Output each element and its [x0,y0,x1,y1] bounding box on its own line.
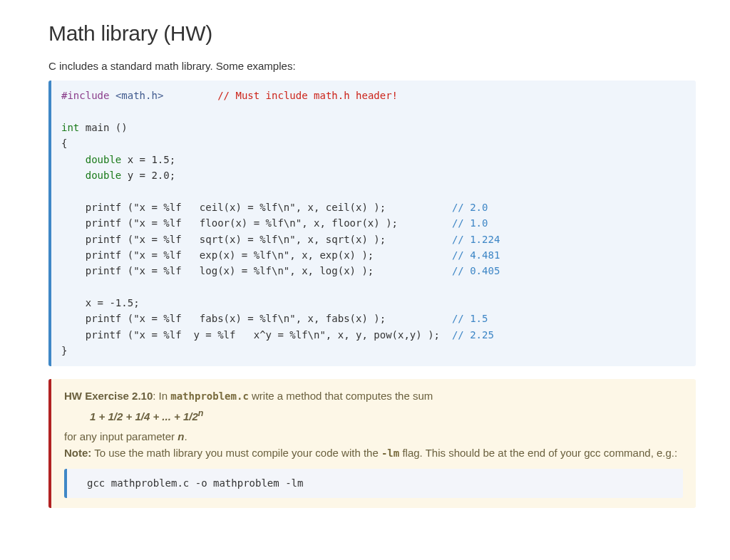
for-text-end: . [184,430,187,442]
line-exp: printf ("x = %lf exp(x) = %lf\n", x, exp… [61,249,452,261]
keyword-double: double [86,170,122,181]
comment-exp: // 4.481 [452,249,500,261]
exercise-label: HW Exercise 2.10 [64,390,153,402]
formula-exponent: n [198,408,204,418]
include-header: <math.h> [115,90,163,101]
exercise-filename: mathproblem.c [170,390,249,402]
page-title: Math library (HW) [48,19,696,48]
preprocessor-directive: #include [61,90,109,101]
code-block-main: #include <math.h> // Must include math.h… [48,81,696,366]
comment-fabs: // 1.5 [452,313,488,324]
decl-x: x = 1.5; [121,154,175,165]
comment-sqrt: // 1.224 [452,234,500,245]
compile-command-block: gcc mathproblem.c -o mathproblem -lm [64,469,683,499]
line-pow: printf ("x = %lf y = %lf x^y = %lf\n", x… [61,329,452,341]
for-text: for any input parameter [64,430,178,442]
comment-log: // 0.405 [452,265,500,276]
line-sqrt: printf ("x = %lf sqrt(x) = %lf\n", x, sq… [61,234,452,245]
line-fabs: printf ("x = %lf fabs(x) = %lf\n", x, fa… [61,313,452,324]
formula-main: 1 + 1/2 + 1/4 + ... + 1/2 [90,410,198,422]
note-pre: To use the math library you must compile… [91,447,381,459]
note-post: flag. This should be at the end of your … [399,447,677,459]
include-comment: // Must include math.h header! [217,90,398,101]
keyword-double: double [86,154,122,165]
exercise-pre-filename: : In [153,390,170,402]
keyword-int: int [61,122,79,133]
main-signature: main () [79,122,127,133]
comment-pow: // 2.25 [452,329,494,341]
exercise-callout: HW Exercise 2.10: In mathproblem.c write… [48,379,696,509]
exercise-formula: 1 + 1/2 + 1/4 + ... + 1/2n [64,404,683,427]
intro-text: C includes a standard math library. Some… [48,58,696,73]
brace-open: { [61,138,67,149]
line-floor: printf ("x = %lf floor(x) = %lf\n", x, f… [61,217,452,229]
line-log: printf ("x = %lf log(x) = %lf\n", x, log… [61,265,452,276]
comment-ceil: // 2.0 [452,202,488,213]
lm-flag: -lm [381,447,399,459]
brace-close: } [61,345,67,356]
exercise-post-filename: write a method that computes the sum [249,390,433,402]
note-label: Note: [64,447,91,459]
line-reassign: x = -1.5; [61,297,140,308]
decl-y: y = 2.0; [121,170,175,181]
compile-command: gcc mathproblem.c -o mathproblem -lm [87,477,303,489]
comment-floor: // 1.0 [452,217,488,229]
line-ceil: printf ("x = %lf ceil(x) = %lf\n", x, ce… [61,202,452,213]
